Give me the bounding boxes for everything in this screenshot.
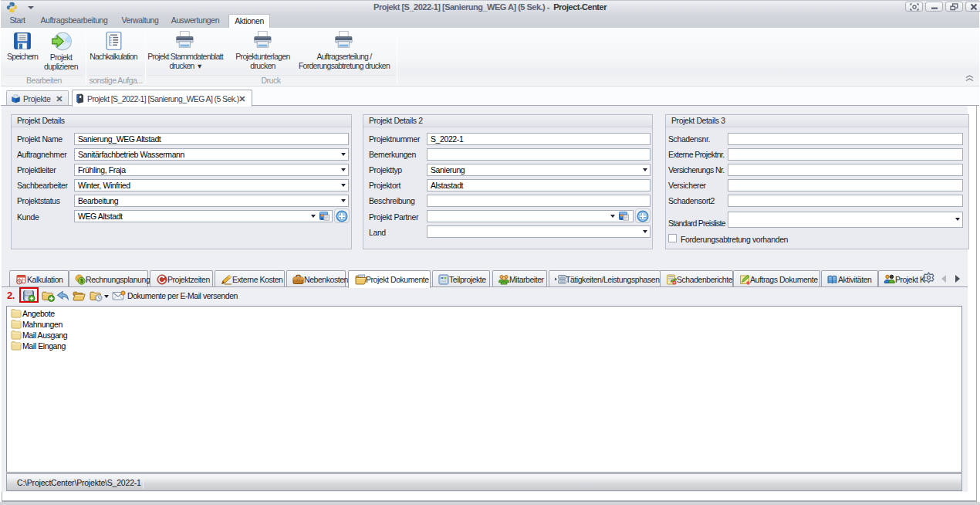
svg-text:$: $	[80, 278, 83, 284]
